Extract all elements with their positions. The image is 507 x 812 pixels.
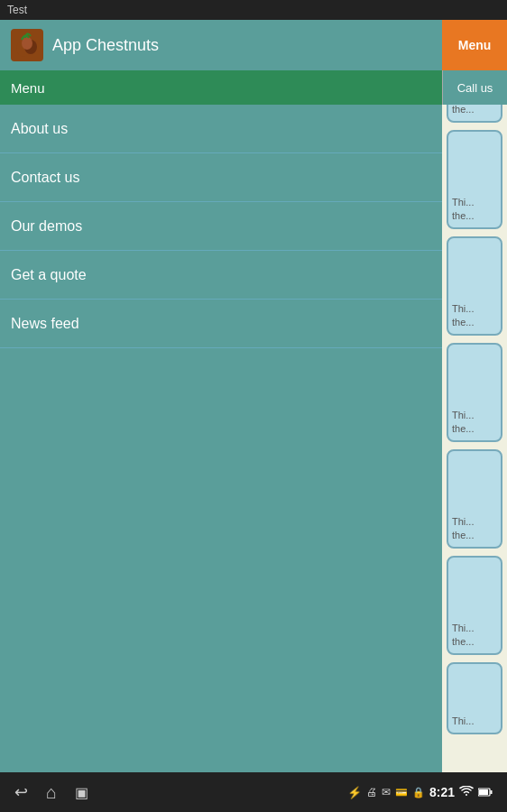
drawer-item-demos[interactable]: Our demos [0, 202, 442, 251]
back-icon[interactable]: ↩ [14, 782, 28, 802]
drawer-item-quote-label: Get a quote [11, 267, 87, 283]
nav-icons-right: ⚡ 🖨 ✉ 💳 🔒 8:21 [347, 785, 493, 799]
battery-icon [478, 786, 493, 799]
drawer-menu-bar: Menu [0, 70, 442, 105]
card-text: Thi...the... [452, 515, 474, 541]
nav-time: 8:21 [429, 785, 455, 799]
status-bar: Test [0, 0, 507, 20]
app-container: Thi...the... Thi...the... Thi...the... T… [0, 20, 507, 772]
callus-label: Call us [457, 81, 493, 95]
card-text: Thi...the... [452, 622, 474, 648]
drawer-overlay: App Chestnuts Menu About us Contact us O… [0, 20, 442, 772]
app-title: App Chestnuts [52, 36, 431, 55]
card-item[interactable]: Thi... [447, 662, 502, 734]
sd-icon: 💳 [395, 787, 408, 798]
email-icon: ✉ [382, 786, 391, 798]
cards-area: Thi...the... Thi...the... Thi...the... T… [442, 20, 507, 772]
menu-button-label: Menu [458, 38, 492, 52]
card-item[interactable]: Thi...the... [447, 236, 502, 336]
drawer-item-demos-label: Our demos [11, 218, 82, 235]
callus-button[interactable]: Call us [442, 70, 507, 105]
home-icon[interactable]: ⌂ [46, 782, 57, 803]
status-bar-title: Test [7, 4, 27, 16]
drawer-item-newsfeed[interactable]: News feed [0, 300, 442, 348]
card-item[interactable]: Thi...the... [447, 130, 502, 229]
drawer-item-quote[interactable]: Get a quote [0, 251, 442, 300]
svg-rect-4 [491, 790, 493, 794]
svg-point-2 [22, 37, 32, 50]
card-item[interactable]: Thi...the... [447, 449, 502, 549]
drawer-menu-label: Menu [11, 80, 45, 96]
card-text: Thi...the... [452, 409, 474, 435]
drawer-item-newsfeed-label: News feed [11, 316, 79, 332]
menu-button[interactable]: Menu [442, 20, 507, 70]
recents-icon[interactable]: ▣ [75, 784, 88, 801]
nav-bar-inner: ↩ ⌂ ▣ ⚡ 🖨 ✉ 💳 🔒 8:21 [0, 782, 507, 803]
wifi-icon [459, 786, 474, 798]
drawer-item-about-label: About us [11, 121, 68, 137]
card-text: Thi...the... [452, 196, 474, 222]
drawer-items: About us Contact us Our demos Get a quot… [0, 105, 442, 348]
svg-rect-5 [479, 789, 488, 795]
drawer-item-contact[interactable]: Contact us [0, 153, 442, 202]
app-icon [11, 29, 43, 61]
card-text: Thi...the... [452, 302, 474, 328]
app-header: App Chestnuts [0, 20, 442, 70]
card-item[interactable]: Thi...the... [447, 556, 502, 655]
print-icon: 🖨 [366, 786, 377, 798]
card-item[interactable]: Thi...the... [447, 343, 502, 442]
usb-icon: ⚡ [347, 786, 362, 799]
nav-bar: ↩ ⌂ ▣ ⚡ 🖨 ✉ 💳 🔒 8:21 [0, 772, 507, 812]
drawer-item-contact-label: Contact us [11, 170, 79, 186]
card-text: Thi... [452, 715, 474, 727]
lock-icon: 🔒 [412, 787, 425, 798]
nav-icons-left: ↩ ⌂ ▣ [14, 782, 88, 803]
drawer-item-about[interactable]: About us [0, 105, 442, 153]
